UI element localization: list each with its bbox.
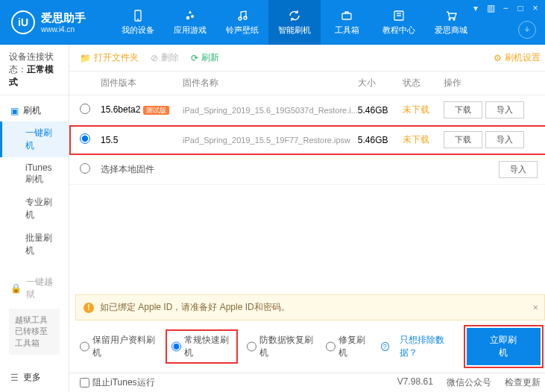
svg-point-9 [453, 19, 455, 20]
version-label: V7.98.61 [397, 376, 433, 389]
opt-normal-flash[interactable]: 常规快速刷机 [167, 331, 236, 362]
menu-icon[interactable]: ▾ [470, 3, 481, 13]
nav-apps[interactable]: 应用游戏 [164, 0, 216, 45]
refresh-button[interactable]: ⟳刷新 [191, 51, 219, 64]
firmware-radio[interactable] [80, 133, 90, 144]
import-button[interactable]: 导入 [485, 101, 524, 118]
sidebar-batch-flash[interactable]: 批量刷机 [0, 227, 69, 262]
col-version: 固件版本 [101, 77, 183, 89]
folder-icon: 📁 [80, 53, 91, 63]
maximize-icon[interactable]: □ [515, 3, 526, 13]
download-button[interactable]: 下载 [444, 101, 482, 118]
window-controls: ▾ ▥ − □ × [470, 3, 541, 13]
main-panel: 📁打开文件夹 ⊘删除 ⟳刷新 ⚙刷机设置 固件版本 固件名称 大小 状态 操作 … [69, 45, 545, 392]
sidebar-more-header[interactable]: ☰更多 [0, 367, 69, 388]
check-update-link[interactable]: 检查更新 [505, 376, 541, 389]
trash-icon: ⊘ [151, 53, 158, 63]
col-ops: 操作 [444, 77, 541, 89]
refresh-icon: ⟳ [191, 53, 198, 63]
local-fw-label: 选择本地固件 [101, 163, 444, 176]
sidebar-itunes-flash[interactable]: iTunes刷机 [0, 157, 69, 191]
close-icon[interactable]: × [530, 3, 541, 13]
import-button[interactable]: 导入 [485, 131, 524, 148]
opt-keep-data[interactable]: 保留用户资料刷机 [80, 334, 157, 359]
status-bar: 阻止iTunes运行 V7.98.61 微信公众号 检查更新 [69, 373, 545, 392]
download-button[interactable]: 下载 [444, 131, 482, 148]
phone-icon [131, 9, 145, 22]
nav-toolbox[interactable]: 工具箱 [321, 0, 373, 45]
nav-my-device[interactable]: 我的设备 [112, 0, 164, 45]
import-button[interactable]: 导入 [499, 161, 538, 178]
refresh-icon [288, 9, 301, 22]
col-name: 固件名称 [183, 77, 358, 89]
cart-icon [444, 9, 458, 22]
opt-antirecovery[interactable]: 防数据恢复刷机 [247, 334, 315, 359]
flash-settings-button[interactable]: ⚙刷机设置 [494, 51, 541, 64]
help-icon[interactable]: ? [381, 342, 389, 351]
fw-size: 5.46GB [358, 135, 403, 145]
firmware-radio[interactable] [80, 104, 90, 114]
warning-text: 如已绑定 Apple ID，请准备好 Apple ID和密码。 [100, 301, 290, 314]
fw-filename: iPad_Spring_2019_15.6_19G5037d_Restore.i… [183, 106, 358, 115]
table-header: 固件版本 固件名称 大小 状态 操作 [69, 72, 545, 95]
svg-point-8 [449, 19, 450, 20]
book-icon [392, 9, 406, 22]
close-warning-button[interactable]: × [533, 303, 538, 313]
sync-button[interactable] [518, 21, 536, 39]
local-firmware-row[interactable]: 选择本地固件 导入 [69, 155, 545, 185]
sidebar: 设备连接状态：正常模式 ▣刷机 一键刷机 iTunes刷机 专业刷机 批量刷机 … [0, 45, 69, 392]
main-nav: 我的设备 应用游戏 铃声壁纸 智能刷机 工具箱 教程中心 爱思商城 [112, 0, 477, 45]
menu-icon: ☰ [10, 373, 19, 383]
sidebar-pro-flash[interactable]: 专业刷机 [0, 191, 69, 227]
music-icon [236, 9, 249, 22]
nav-store[interactable]: 爱思商城 [425, 0, 477, 45]
svg-point-3 [244, 16, 247, 19]
firmware-row-selected[interactable]: 15.5 iPad_Spring_2019_15.5_19F77_Restore… [69, 125, 545, 155]
fw-filename: iPad_Spring_2019_15.5_19F77_Restore.ipsw [183, 136, 358, 145]
col-size: 大小 [358, 77, 403, 89]
connection-status: 设备连接状态：正常模式 [0, 45, 69, 95]
gear-icon: ⚙ [494, 53, 502, 63]
firmware-radio[interactable] [80, 163, 90, 174]
fw-size: 5.46GB [358, 105, 403, 116]
fw-version: 15.5 [101, 135, 118, 145]
theme-icon[interactable]: ▥ [485, 3, 496, 13]
app-subtitle: www.i4.cn [41, 25, 86, 34]
col-status: 状态 [403, 77, 444, 89]
nav-ringtones[interactable]: 铃声壁纸 [216, 0, 268, 45]
open-folder-button[interactable]: 📁打开文件夹 [80, 51, 139, 64]
app-title: 爱思助手 [41, 11, 86, 25]
wechat-link[interactable]: 微信公众号 [447, 376, 491, 389]
sidebar-oneclick-flash[interactable]: 一键刷机 [0, 121, 69, 157]
fw-status: 未下载 [403, 104, 444, 116]
toolbar: 📁打开文件夹 ⊘删除 ⟳刷新 ⚙刷机设置 [69, 45, 545, 72]
svg-point-2 [239, 17, 242, 20]
block-itunes-checkbox[interactable]: 阻止iTunes运行 [80, 376, 155, 389]
lock-icon: 🔒 [10, 283, 22, 294]
sidebar-other-tools[interactable]: 其他工具 [0, 388, 69, 392]
exclude-data-link[interactable]: 只想排除数据？ [400, 334, 456, 359]
square-icon: ▣ [10, 106, 19, 116]
nav-flash[interactable]: 智能刷机 [268, 0, 321, 45]
minimize-icon[interactable]: − [500, 3, 511, 13]
sidebar-flash-header[interactable]: ▣刷机 [0, 100, 69, 121]
svg-rect-4 [342, 13, 351, 19]
sidebar-jailbreak-header[interactable]: 🔒一键越狱 [0, 271, 69, 306]
apps-icon [183, 9, 197, 22]
fw-version: 15.6beta2 [101, 104, 140, 115]
beta-badge: 测试版 [143, 106, 169, 115]
warning-bar: ! 如已绑定 Apple ID，请准备好 Apple ID和密码。 × [75, 294, 545, 320]
flash-options: 保留用户资料刷机 常规快速刷机 防数据恢复刷机 修复刷机 ? 只想排除数据？ 立… [69, 320, 545, 373]
nav-tutorials[interactable]: 教程中心 [373, 0, 425, 45]
warning-icon: ! [84, 303, 94, 313]
delete-button[interactable]: ⊘删除 [151, 51, 179, 64]
flash-now-button[interactable]: 立即刷机 [467, 328, 541, 365]
firmware-row[interactable]: 15.6beta2测试版 iPad_Spring_2019_15.6_19G50… [69, 95, 545, 125]
opt-repair[interactable]: 修复刷机 [326, 334, 371, 359]
fw-status: 未下载 [403, 133, 444, 146]
logo: iU 爱思助手 www.i4.cn [0, 10, 112, 34]
jailbreak-note: 越狱工具已转移至工具箱 [9, 309, 60, 355]
toolbox-icon [340, 9, 353, 22]
logo-icon: iU [11, 10, 35, 34]
app-header: iU 爱思助手 www.i4.cn 我的设备 应用游戏 铃声壁纸 智能刷机 工具… [0, 0, 545, 45]
